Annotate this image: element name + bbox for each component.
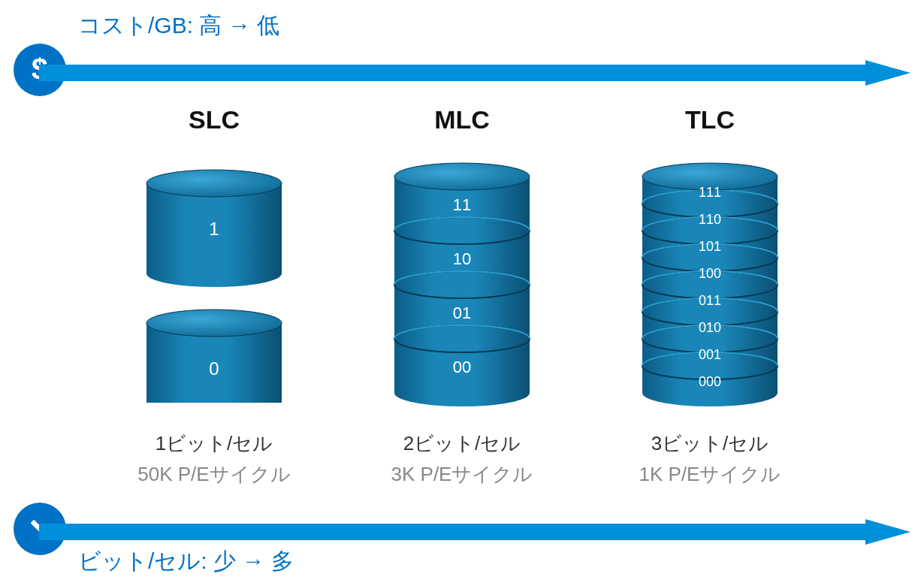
svg-text:111: 111: [699, 185, 721, 200]
svg-marker-43: [865, 519, 910, 545]
svg-point-16: [394, 163, 530, 190]
bottom-arrow-row: ビット/セル: 少 → 多: [0, 503, 924, 578]
bottom-arrow-label: ビット/セル: 少 → 多: [78, 546, 294, 577]
svg-text:1: 1: [209, 219, 219, 239]
pe-cycles-text: 50K P/Eサイクル: [137, 461, 290, 488]
svg-point-5: [146, 170, 282, 197]
svg-marker-2: [865, 60, 910, 86]
svg-text:0: 0: [209, 358, 219, 379]
top-arrow-row: コスト/GB: 高 → 低 $: [0, 8, 924, 83]
top-arrow-label: コスト/GB: 高 → 低: [78, 11, 279, 41]
cylinder-stack: 111110101100011010001000: [635, 150, 785, 420]
svg-rect-1: [39, 65, 873, 81]
svg-point-4: [146, 260, 282, 287]
column-mlc: MLC 11100100 2ビット/セル 3K P/Eサイクル: [364, 105, 560, 488]
svg-text:11: 11: [453, 195, 471, 214]
bits-per-cell-text: 3ビット/セル: [651, 430, 769, 457]
svg-text:01: 01: [453, 304, 471, 322]
column-title: TLC: [685, 105, 735, 134]
pe-cycles-text: 1K P/Eサイクル: [639, 461, 781, 488]
svg-text:00: 00: [453, 358, 471, 376]
cylinder-stack: 10: [139, 150, 289, 420]
svg-text:011: 011: [699, 293, 721, 308]
bits-per-cell-text: 2ビット/セル: [403, 430, 521, 457]
svg-text:001: 001: [699, 347, 721, 362]
svg-point-9: [146, 310, 282, 337]
column-title: MLC: [434, 105, 490, 134]
svg-point-12: [394, 379, 530, 406]
svg-text:110: 110: [699, 212, 721, 227]
column-tlc: TLC 111110101100011010001000 3ビット/セル 1K …: [612, 105, 808, 488]
column-slc: SLC 10 1ビット/セル 50K P/Eサイクル: [116, 105, 312, 488]
pe-cycles-text: 3K P/Eサイクル: [391, 461, 533, 488]
arrow-right-icon: [39, 60, 910, 105]
svg-text:101: 101: [699, 239, 721, 254]
svg-text:100: 100: [699, 266, 721, 281]
cylinder-stack: 11100100: [387, 150, 537, 420]
columns-container: SLC 10 1ビット/セル 50K P/Eサイクル MLC 11100100 …: [0, 105, 924, 488]
svg-text:000: 000: [699, 374, 721, 389]
svg-text:10: 10: [453, 249, 471, 268]
column-title: SLC: [189, 105, 240, 134]
svg-rect-42: [39, 524, 873, 540]
svg-text:010: 010: [699, 320, 721, 335]
bits-per-cell-text: 1ビット/セル: [156, 430, 273, 457]
